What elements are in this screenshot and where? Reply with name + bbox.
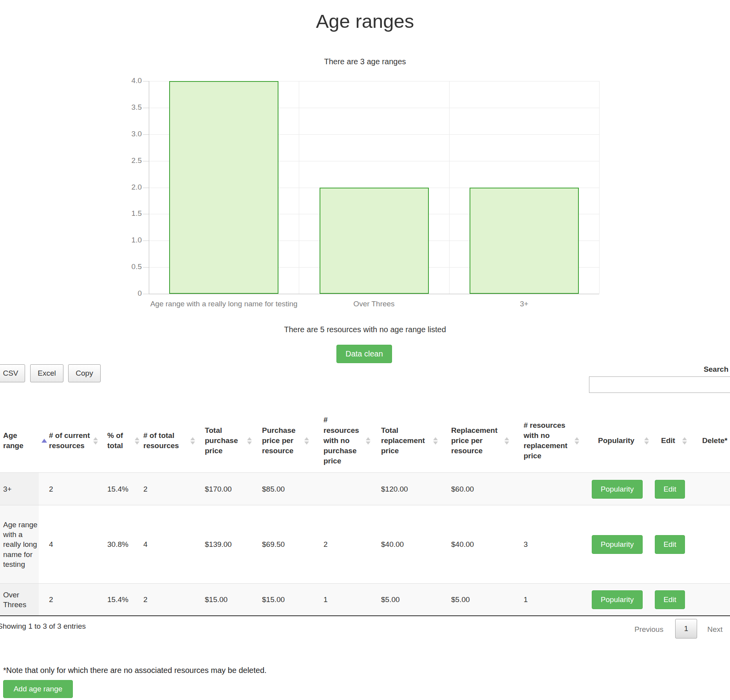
y-axis-line [149,81,149,294]
table-info: Showing 1 to 3 of 3 entries [0,622,86,631]
sort-icon [504,437,509,445]
cell [323,473,363,505]
y-tick-label: 0 [114,289,142,298]
add-age-range-button[interactable]: Add age range [3,680,73,698]
page-title: Age ranges [0,10,730,32]
edit-button[interactable]: Edit [655,535,685,554]
sort-icon [644,437,649,445]
cell: $40.00 [381,505,430,584]
popularity-button[interactable]: Popularity [592,480,643,499]
edit-button[interactable]: Edit [655,590,685,609]
sort-icon [575,437,579,445]
column-header-8[interactable]: Total replacement price [381,409,442,472]
y-tick [143,294,149,294]
y-tick-label: 1.0 [114,236,142,244]
column-header-label: Age range [3,430,38,451]
column-header-9[interactable]: Replacement price per resource [451,409,513,472]
cell: $15.00 [262,584,301,616]
copy-button[interactable]: Copy [68,364,101,382]
cell: 4 [143,505,187,584]
popularity-button[interactable]: Popularity [592,535,643,554]
x-axis-line [149,294,599,294]
gridline [299,81,299,294]
y-tick [143,241,149,241]
column-header-label: Replacement price per resource [451,425,501,456]
column-header-label: Popularity [598,436,641,446]
column-header-6[interactable]: Purchase price per resource [262,409,313,472]
excel-button[interactable]: Excel [30,364,63,382]
cell: 30.8% [107,505,132,584]
data-clean-button[interactable]: Data clean [336,345,392,363]
sort-icon [247,437,252,445]
sort-icon [93,437,98,445]
cell [524,473,571,505]
column-header-label: # of current resources [49,430,90,451]
y-tick [143,188,149,188]
cell: 2 [143,473,187,505]
search-input[interactable] [589,376,730,393]
y-tick-label: 3.0 [114,130,142,138]
y-tick [143,214,149,214]
cell: $139.00 [205,505,244,584]
column-header-13[interactable]: Delete* [702,409,730,472]
y-tick [143,134,149,135]
y-tick [143,108,149,108]
edit-button[interactable]: Edit [655,480,685,499]
cell: $69.50 [262,505,301,584]
x-axis-label: 3+ [449,300,599,308]
sort-icon [304,437,309,445]
sort-icon [366,437,370,445]
cell: $85.00 [262,473,301,505]
row-divider [0,505,730,505]
cell: 2 [143,584,187,616]
resources-note: There are 5 resources with no age range … [0,325,730,334]
column-header-3[interactable]: % of total [107,409,143,472]
table-bottom-border [0,615,730,616]
cell: $5.00 [451,584,501,616]
column-header-7[interactable]: # resources with no purchase price [323,409,374,472]
cell: $120.00 [381,473,430,505]
column-header-10[interactable]: # resources with no replacement price [524,409,583,472]
column-header-5[interactable]: Total purchase price [205,409,256,472]
column-header-12[interactable]: Edit [661,409,691,472]
pagination-page-1[interactable]: 1 [675,619,697,639]
x-axis-label: Over Threes [299,300,449,308]
chart-bar [470,188,579,294]
column-header-label: Total purchase price [205,425,244,456]
gridline [449,81,450,294]
column-header-label: # resources with no purchase price [323,415,363,466]
y-tick-label: 4.0 [114,76,142,85]
cell: 1 [323,584,363,616]
chart-heading: There are 3 age ranges [0,57,730,66]
column-header-4[interactable]: # of total resources [143,409,199,472]
chart-bar [169,81,278,294]
gridline [599,81,600,294]
x-axis-label: Age range with a really long name for te… [149,300,299,308]
cell: 2 [49,473,90,505]
column-header-1[interactable]: Age range [3,409,49,472]
y-tick-label: 2.0 [114,183,142,192]
cell: 3+ [3,473,38,505]
cell: $40.00 [451,505,501,584]
sort-icon [135,437,139,445]
column-header-label: # resources with no replacement price [524,420,571,461]
csv-button[interactable]: CSV [0,364,25,382]
pagination-next[interactable]: Next [707,625,723,634]
column-header-2[interactable]: # of current resources [49,409,102,472]
cell: $170.00 [205,473,244,505]
cell: 3 [524,505,571,584]
row-divider [0,583,730,584]
cell: 1 [524,584,571,616]
pagination-previous[interactable]: Previous [634,625,663,634]
search-label: Search [666,365,728,374]
cell: $15.00 [205,584,244,616]
y-tick [143,161,149,161]
cell: $60.00 [451,473,501,505]
popularity-button[interactable]: Popularity [592,590,643,609]
column-header-label: Delete* [702,436,730,446]
column-header-label: Total replacement price [381,425,430,456]
sort-ascending-icon [42,439,47,443]
y-tick-label: 0.5 [114,262,142,271]
sort-icon [190,437,195,445]
column-header-11[interactable]: Popularity [598,409,653,472]
